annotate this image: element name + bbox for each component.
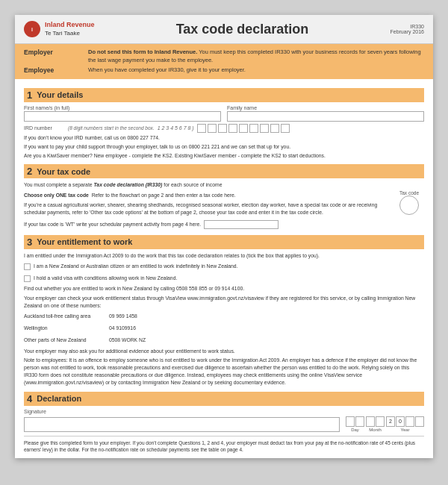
main-content: 1 Your details First name/s (in full) Fa…: [15, 79, 433, 458]
firstname-label: First name/s (in full): [24, 105, 221, 110]
document-page: i Inland Revenue Te Tari Taake Tax code …: [15, 15, 433, 458]
ird-box-6[interactable]: [249, 124, 258, 133]
section2-intro-italic: Tax code declaration (IR330): [93, 182, 162, 187]
phone-grid: Auckland toll-free calling area 09 969 1…: [24, 311, 424, 346]
day-label: Day: [351, 428, 359, 432]
svg-text:i: i: [31, 27, 33, 32]
day-box-2[interactable]: [355, 416, 364, 427]
year-boxes: 2 0: [386, 416, 424, 427]
wt-input[interactable]: [204, 220, 279, 229]
ird-info-1: If you don't know your IRD number, call …: [24, 134, 424, 142]
sig-row: Day Month 2 0: [24, 416, 424, 432]
firstname-group: First name/s (in full): [24, 105, 221, 122]
familyname-field[interactable]: [227, 111, 424, 122]
employer-label: Employer: [24, 48, 84, 64]
ird-info-3: Are you a KiwiSaver member? New employee…: [24, 152, 424, 160]
ird-row: IRD number (8 digit numbers start in the…: [24, 124, 424, 133]
employer-employee-banner: Employer Do not send this form to Inland…: [15, 44, 433, 79]
auckland-num: 09 969 1458: [109, 313, 424, 320]
date-boxes: Day Month 2 0: [346, 416, 424, 432]
logo-area: i Inland Revenue Te Tari Taake: [24, 21, 95, 37]
year-box-2[interactable]: 0: [396, 416, 405, 427]
month-box-1[interactable]: [366, 416, 375, 427]
header: i Inland Revenue Te Tari Taake Tax code …: [15, 15, 433, 44]
employer-text: Do not send this form to Inland Revenue.…: [88, 48, 424, 64]
section2-right: Tax code: [394, 190, 424, 231]
year-box-3[interactable]: [405, 416, 414, 427]
tax-code-label: Tax code: [399, 190, 419, 195]
year-group: 2 0 Year: [386, 416, 424, 432]
section-2-header: 2 Your tax code: [24, 164, 424, 178]
section-1: 1 Your details First name/s (in full) Fa…: [24, 88, 424, 160]
ird-box-3[interactable]: [218, 124, 227, 133]
year-label: Year: [400, 428, 409, 432]
section3-note: Note to employees: It is an offence to e…: [24, 357, 424, 387]
checkbox-2-label: I hold a valid visa with conditions allo…: [34, 275, 177, 282]
year-box-1[interactable]: 2: [386, 416, 395, 427]
wellington-label: Wellington: [24, 325, 106, 332]
may-ask: Your employer may also ask you for addit…: [24, 348, 424, 355]
employer-check: Your employer can check your work entitl…: [24, 295, 424, 310]
sig-label: Signature: [24, 409, 424, 414]
other-label: Other parts of New Zealand: [24, 337, 106, 344]
month-label: Month: [369, 428, 382, 432]
checkbox-row-2: I hold a valid visa with conditions allo…: [24, 273, 424, 284]
month-box-2[interactable]: [376, 416, 385, 427]
familyname-group: Family name: [227, 105, 424, 122]
page-title: Tax code declaration: [95, 22, 391, 37]
find-text: Find out whether you are entitled to wor…: [24, 285, 424, 292]
month-group: Month: [366, 416, 385, 432]
checkbox-1[interactable]: [24, 263, 31, 270]
section-2: 2 Your tax code You must complete a sepa…: [24, 164, 424, 231]
auckland-label: Auckland toll-free calling area: [24, 313, 106, 320]
ird-sample: 1 2 3 4 5 6 7 8 ): [158, 125, 194, 131]
section2-grid: Choose only ONE tax code Refer to the fl…: [24, 190, 424, 231]
footer-text: Please give this completed form to your …: [24, 436, 424, 454]
day-group: Day: [346, 416, 364, 432]
checkbox-1-label: I am a New Zealand or Australian citizen…: [34, 263, 238, 270]
name-row: First name/s (in full) Family name: [24, 105, 424, 122]
wt-text: If your tax code is 'WT' write your sche…: [24, 221, 201, 228]
section-4-header: 4 Declaration: [24, 392, 424, 406]
ird-box-8[interactable]: [270, 124, 279, 133]
ird-box-9[interactable]: [281, 124, 290, 133]
ird-box-4[interactable]: [228, 124, 237, 133]
inland-revenue-logo: i: [24, 21, 40, 37]
familyname-label: Family name: [227, 105, 424, 110]
ird-box-7[interactable]: [260, 124, 269, 133]
wellington-num: 04 9109916: [109, 325, 424, 332]
ird-boxes: [197, 124, 290, 133]
tax-code-circle[interactable]: [399, 195, 419, 215]
ird-label: IRD number: [24, 125, 65, 131]
ird-box-5[interactable]: [239, 124, 248, 133]
ird-box-1[interactable]: [197, 124, 206, 133]
choose-label: Choose only ONE tax code Refer to the fl…: [24, 192, 388, 199]
month-boxes: [366, 416, 385, 427]
section2-left: Choose only ONE tax code Refer to the fl…: [24, 190, 388, 231]
section-3-header: 3 Your entitlement to work: [24, 235, 424, 249]
firstname-field[interactable]: [24, 111, 221, 122]
day-box-1[interactable]: [346, 416, 355, 427]
checkbox-2[interactable]: [24, 275, 31, 282]
section-3: 3 Your entitlement to work I am entitled…: [24, 235, 424, 387]
year-box-4[interactable]: [415, 416, 424, 427]
other-num: 0508 WORK NZ: [109, 337, 424, 344]
ird-hint: (8 digit numbers start in the second box…: [68, 125, 155, 131]
employee-text: When you have completed your IR330, give…: [88, 66, 424, 75]
signature-field[interactable]: [24, 417, 340, 432]
employee-label: Employee: [24, 66, 84, 75]
section-4: 4 Declaration Signature Day: [24, 392, 424, 432]
logo-text: Inland Revenue Te Tari Taake: [45, 21, 95, 37]
checkbox-row-1: I am a New Zealand or Australian citizen…: [24, 261, 424, 272]
section2-detail: If you're a casual agricultural worker, …: [24, 201, 388, 216]
section-1-header: 1 Your details: [24, 88, 424, 102]
reference-code: IR330 February 2016: [390, 24, 424, 34]
section3-intro: I am entitled under the Immigration Act …: [24, 252, 424, 260]
wt-row: If your tax code is 'WT' write your sche…: [24, 219, 388, 231]
ird-info-2: If you want to pay your child support th…: [24, 143, 424, 151]
ird-box-2[interactable]: [208, 124, 217, 133]
day-boxes: [346, 416, 364, 427]
section2-intro: You must complete a separate Tax code de…: [24, 181, 424, 189]
